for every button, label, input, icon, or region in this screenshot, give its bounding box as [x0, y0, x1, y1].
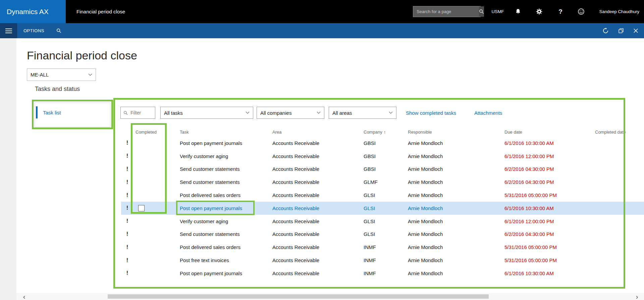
task-cell[interactable]: Send customer statements [178, 166, 270, 172]
company-cell: INMF [362, 244, 406, 250]
feedback-smiley-icon[interactable] [576, 0, 586, 23]
task-cell[interactable]: Verify customer aging [178, 218, 270, 224]
company-cell: GLSI [362, 205, 406, 211]
completed-column-header[interactable]: Completed [133, 130, 178, 135]
responsible-cell: Arnie Mondloch [406, 153, 502, 159]
horizontal-scrollbar[interactable]: ‹ › [16, 293, 644, 300]
topbar-page-title: Financial period close [76, 0, 125, 23]
options-menu[interactable]: OPTIONS [23, 23, 44, 38]
table-row[interactable]: !Post open payment journalsAccounts Rece… [121, 202, 644, 215]
company-selector[interactable]: USMF [487, 0, 508, 23]
area-cell: Accounts Receivable [270, 244, 362, 250]
company-cell: INMF [362, 270, 406, 276]
table-row[interactable]: !Post open payment journalsAccounts Rece… [121, 267, 644, 280]
task-cell[interactable]: Verify customer aging [178, 153, 270, 159]
task-cell[interactable]: Post open payment journals [178, 270, 270, 276]
left-gutter [0, 38, 16, 300]
hamburger-menu-icon[interactable] [0, 23, 17, 38]
overdue-icon: ! [121, 166, 133, 172]
overdue-icon: ! [121, 244, 133, 250]
responsible-cell: Arnie Mondloch [406, 205, 502, 211]
table-row[interactable]: !Post open payment journalsAccounts Rece… [121, 137, 644, 150]
table-row[interactable]: !Post delivered sales ordersAccounts Rec… [121, 189, 644, 202]
task-cell[interactable]: Post delivered sales orders [178, 244, 270, 250]
company-cell: GLMF [362, 179, 406, 185]
completed-date-column-header[interactable]: Completed date [593, 130, 644, 135]
section-title: Tasks and status [35, 86, 80, 93]
scroll-right-arrow[interactable]: › [632, 293, 642, 300]
area-cell: Accounts Receivable [270, 205, 362, 211]
restore-window-icon[interactable] [615, 23, 627, 38]
task-cell[interactable]: Post free text invoices [178, 257, 270, 263]
due-date-column-header[interactable]: Due date [502, 130, 593, 135]
table-row[interactable]: !Verify customer agingAccounts Receivabl… [121, 215, 644, 228]
task-list-panel: Task list [35, 102, 110, 127]
selected-accent-bar [36, 106, 38, 118]
area-cell: Accounts Receivable [270, 270, 362, 276]
settings-gear-icon[interactable] [534, 0, 544, 23]
tasks-table: Completed Task Area Company↑ Responsible… [121, 128, 644, 280]
table-row[interactable]: !Post delivered sales ordersAccounts Rec… [121, 241, 644, 254]
company-cell: INMF [362, 257, 406, 263]
notifications-bell-icon[interactable] [513, 0, 523, 23]
table-header-row: Completed Task Area Company↑ Responsible… [121, 128, 644, 137]
area-cell: Accounts Receivable [270, 231, 362, 237]
page-search-box[interactable] [413, 6, 481, 17]
page-search-input[interactable] [413, 6, 479, 17]
dynamics-ax-logo[interactable]: Dynamics AX [0, 0, 66, 23]
area-column-header[interactable]: Area [270, 130, 362, 135]
sidebar-item-task-list[interactable]: Task list [36, 105, 107, 119]
app-window: Dynamics AX Financial period close USMF … [0, 0, 644, 300]
area-cell: Accounts Receivable [270, 218, 362, 224]
scrollbar-thumb[interactable] [108, 294, 489, 299]
scroll-left-arrow[interactable]: ‹ [19, 293, 29, 300]
area-cell: Accounts Receivable [270, 179, 362, 185]
area-cell: Accounts Receivable [270, 140, 362, 146]
tasks-filter-dropdown[interactable]: All tasks [160, 107, 253, 119]
due-date-cell: 6/1/2016 12:00:00 PM [502, 153, 593, 159]
overdue-icon: ! [121, 270, 133, 276]
areas-filter-dropdown[interactable]: All areas [329, 107, 396, 119]
table-row[interactable]: !Send customer statementsAccounts Receiv… [121, 163, 644, 176]
table-row[interactable]: !Verify customer agingAccounts Receivabl… [121, 150, 644, 163]
area-cell: Accounts Receivable [270, 153, 362, 159]
filter-box[interactable] [120, 107, 155, 119]
area-cell: Accounts Receivable [270, 166, 362, 172]
companies-filter-dropdown[interactable]: All companies [257, 107, 324, 119]
company-column-header[interactable]: Company↑ [362, 130, 406, 135]
help-icon[interactable]: ? [555, 0, 566, 23]
user-menu[interactable]: Sandeep Chaudhury [599, 0, 639, 23]
table-row[interactable]: !Send customer statementsAccounts Receiv… [121, 176, 644, 189]
refresh-icon[interactable] [600, 23, 611, 38]
responsible-column-header[interactable]: Responsible [406, 130, 502, 135]
due-date-cell: 6/1/2016 10:30:00 AM [502, 270, 593, 276]
company-cell: GBSI [362, 166, 406, 172]
show-completed-tasks-link[interactable]: Show completed tasks [406, 107, 456, 119]
task-cell[interactable]: Post open payment journals [178, 140, 270, 146]
task-list-label: Task list [43, 110, 61, 115]
table-row[interactable]: !Send customer statementsAccounts Receiv… [121, 228, 644, 241]
closing-schedule-dropdown[interactable]: ME-ALL [27, 68, 96, 81]
page-title: Financial period close [27, 49, 137, 62]
close-icon[interactable] [630, 23, 641, 38]
attachments-link[interactable]: Attachments [474, 107, 502, 119]
chevron-down-icon [88, 73, 92, 76]
completed-cell[interactable] [133, 205, 178, 212]
menubar-search-icon[interactable] [56, 23, 61, 38]
responsible-cell: Arnie Mondloch [406, 257, 502, 263]
overdue-icon: ! [121, 140, 133, 146]
task-cell[interactable]: Post delivered sales orders [178, 192, 270, 198]
responsible-cell: Arnie Mondloch [406, 244, 502, 250]
due-date-cell: 6/2/2016 04:30:00 PM [502, 166, 593, 172]
completed-checkbox[interactable] [138, 205, 145, 211]
task-cell[interactable]: Send customer statements [178, 231, 270, 237]
company-cell: GLSI [362, 231, 406, 237]
task-cell[interactable]: Post open payment journals [178, 205, 270, 211]
overdue-icon: ! [121, 153, 133, 159]
task-column-header[interactable]: Task [178, 130, 270, 135]
table-row[interactable]: !Post free text invoicesAccounts Receiva… [121, 254, 644, 267]
chevron-down-icon [317, 111, 321, 114]
filter-input[interactable] [130, 110, 152, 116]
search-icon[interactable] [479, 6, 484, 17]
task-cell[interactable]: Send customer statements [178, 179, 270, 185]
